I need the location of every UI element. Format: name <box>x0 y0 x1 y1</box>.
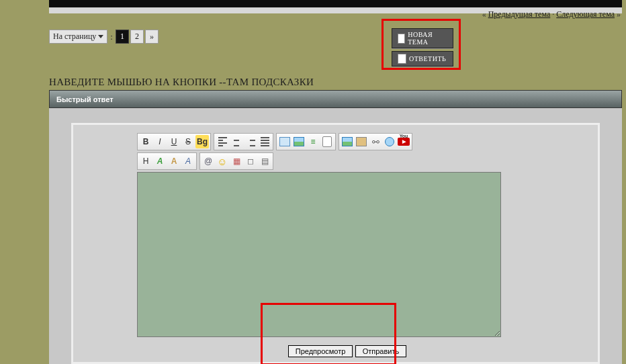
image-icon <box>342 137 353 146</box>
bb-toolbar: B I U S Bg <box>137 133 557 150</box>
edit-button[interactable] <box>320 135 334 148</box>
page-1[interactable]: 1 <box>116 30 129 44</box>
italic-button[interactable]: I <box>153 135 167 148</box>
topic-nav: « Предыдущая тема · Следующая тема » <box>482 9 621 19</box>
align-right-icon <box>247 137 255 146</box>
reply-label: ОТВЕТИТЬ <box>409 55 446 62</box>
prev-prefix: « <box>482 9 486 19</box>
align-justify-button[interactable] <box>258 135 271 148</box>
reply-button[interactable]: ОТВЕТИТЬ <box>392 51 453 66</box>
editor-panel: B I U S Bg <box>71 123 600 364</box>
bb-toolbar-2: H A A A @ ☺ ▦ ◻ ▤ <box>137 152 557 170</box>
topic-actions: НОВАЯ ТЕМА ОТВЕТИТЬ <box>392 28 453 66</box>
smiley-button[interactable]: ☺ <box>216 154 229 168</box>
quote-button[interactable] <box>278 135 292 148</box>
bold-button[interactable]: B <box>139 135 152 148</box>
instructions-heading: НАВЕДИТЕ МЫШЬЮ НА КНОПКИ --ТАМ ПОДСКАЗКИ <box>49 77 314 88</box>
video-icon <box>356 137 367 146</box>
submit-button[interactable]: Отправить <box>355 345 407 357</box>
page-colon: : <box>109 32 114 42</box>
clip-icon <box>322 136 332 147</box>
page-select[interactable]: На страницу <box>49 30 107 44</box>
url-button[interactable] <box>383 135 396 148</box>
doc-button[interactable]: ▤ <box>258 154 271 168</box>
align-right-button[interactable] <box>244 135 257 148</box>
preview-button[interactable]: Предпросмотр <box>288 345 353 357</box>
code-button[interactable] <box>292 135 306 148</box>
prev-topic-link[interactable]: Предыдущая тема <box>488 9 551 19</box>
image-button[interactable] <box>341 135 354 148</box>
youtube-button[interactable]: You▶ <box>397 135 410 148</box>
submit-row: Предпросмотр Отправить <box>137 345 557 357</box>
reply-textarea[interactable] <box>137 172 501 337</box>
code-icon <box>294 137 304 146</box>
next-topic-link[interactable]: Следующая тема <box>556 9 615 19</box>
quick-reply-header: Быстрый ответ <box>49 90 622 108</box>
globe-icon <box>385 137 394 146</box>
video-button[interactable] <box>355 135 368 148</box>
new-topic-button[interactable]: НОВАЯ ТЕМА <box>392 28 453 48</box>
page-2[interactable]: 2 <box>130 30 144 44</box>
new-topic-label: НОВАЯ ТЕМА <box>408 31 447 46</box>
quick-reply-title: Быстрый ответ <box>56 95 114 103</box>
link-button[interactable]: ⚯ <box>369 135 382 148</box>
highlight-button[interactable]: Bg <box>195 135 209 148</box>
header-button[interactable]: H <box>139 154 152 168</box>
nav-sep: · <box>552 9 554 19</box>
hide-button[interactable]: ◻ <box>244 154 257 168</box>
align-left-button[interactable] <box>216 135 229 148</box>
document-icon <box>398 54 406 64</box>
strike-button[interactable]: S <box>181 135 195 148</box>
font-family-button[interactable]: A <box>153 154 167 168</box>
mention-button[interactable]: @ <box>202 154 215 168</box>
font-size-button[interactable]: A <box>167 154 181 168</box>
align-center-button[interactable] <box>230 135 243 148</box>
underline-button[interactable]: U <box>167 135 181 148</box>
top-dark-bar <box>49 0 622 8</box>
align-left-icon <box>218 137 227 146</box>
align-justify-icon <box>261 137 269 146</box>
document-icon <box>398 34 405 44</box>
next-suffix: » <box>617 9 621 19</box>
pagination: На страницу : 1 2 » <box>49 30 159 44</box>
youtube-icon: You▶ <box>398 138 410 146</box>
quote-icon <box>279 137 290 146</box>
align-center-icon <box>232 137 241 146</box>
font-color-button[interactable]: A <box>181 154 195 168</box>
page-next[interactable]: » <box>145 30 159 44</box>
calendar-button[interactable]: ▦ <box>230 154 243 168</box>
editor-area: B I U S Bg <box>49 108 622 364</box>
list-button[interactable]: ≡ <box>306 135 320 148</box>
